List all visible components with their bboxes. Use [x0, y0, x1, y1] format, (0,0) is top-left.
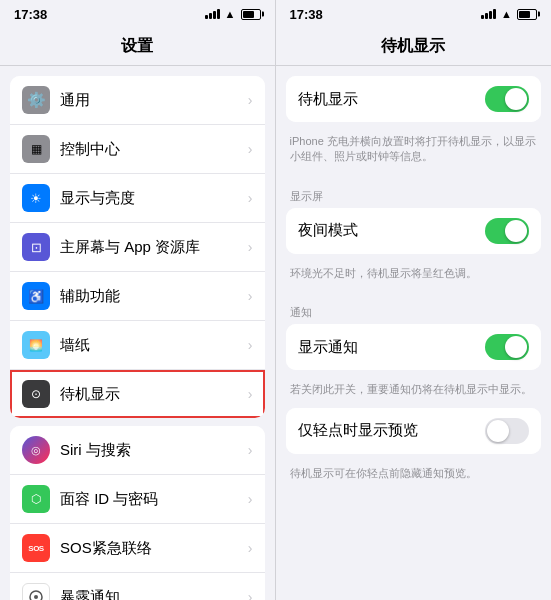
accessibility-label: 辅助功能: [60, 287, 248, 306]
right-panel: 17:38 ▲ ‹ 设置 待机显示 待机显示: [276, 0, 552, 600]
show-notifications-label: 显示通知: [298, 338, 486, 357]
battery-icon-right: [517, 9, 537, 20]
chevron-icon: ›: [248, 589, 253, 600]
chevron-icon: ›: [248, 540, 253, 556]
notifications-section-title: 通知: [276, 291, 552, 324]
siri-icon: ◎: [22, 436, 50, 464]
wifi-icon: ▲: [225, 8, 236, 20]
settings-item-display[interactable]: ☀ 显示与亮度 ›: [10, 174, 265, 223]
chevron-icon: ›: [248, 337, 253, 353]
status-bar-left: 17:38 ▲: [0, 0, 275, 28]
night-mode-toggle[interactable]: [485, 218, 529, 244]
settings-item-standby[interactable]: ⊙ 待机显示 ›: [10, 370, 265, 418]
signal-icon: [205, 9, 220, 19]
show-preview-toggle[interactable]: [485, 418, 529, 444]
settings-list-group-2: ◎ Siri 与搜索 › ⬡ 面容 ID 与密码 › SOS SOS紧急联络 ›: [10, 426, 265, 600]
settings-item-control[interactable]: ▦ 控制中心 ›: [10, 125, 265, 174]
right-scroll-content[interactable]: 待机显示 iPhone 充电并横向放置时将打开待机显示，以显示小组件、照片或时钟…: [276, 66, 552, 600]
settings-item-sos[interactable]: SOS SOS紧急联络 ›: [10, 524, 265, 573]
nav-bar-left: 设置: [0, 28, 275, 66]
night-mode-group: 夜间模式: [286, 208, 542, 254]
settings-item-general[interactable]: ⚙️ 通用 ›: [10, 76, 265, 125]
settings-item-accessibility[interactable]: ♿ 辅助功能 ›: [10, 272, 265, 321]
left-scroll-content[interactable]: ⚙️ 通用 › ▦ 控制中心 › ☀ 显示与亮度 › ⊡ 主屏幕与 App 资源…: [0, 66, 275, 600]
homescreen-icon: ⊡: [22, 233, 50, 261]
control-icon: ▦: [22, 135, 50, 163]
exposure-label: 暴露通知: [60, 588, 248, 601]
display-icon: ☀: [22, 184, 50, 212]
general-label: 通用: [60, 91, 248, 110]
show-notifications-item[interactable]: 显示通知: [286, 324, 542, 370]
night-mode-desc: 环境光不足时，待机显示将呈红色调。: [276, 262, 552, 291]
display-screen-section-title: 显示屏: [276, 175, 552, 208]
show-preview-label: 仅轻点时显示预览: [298, 421, 486, 440]
preview-desc: 待机显示可在你轻点前隐藏通知预览。: [276, 462, 552, 491]
faceid-label: 面容 ID 与密码: [60, 490, 248, 509]
chevron-icon: ›: [248, 92, 253, 108]
status-icons-left: ▲: [205, 8, 261, 20]
standby-toggle-item[interactable]: 待机显示: [286, 76, 542, 122]
chevron-icon: ›: [248, 288, 253, 304]
settings-item-exposure[interactable]: 暴露通知 ›: [10, 573, 265, 600]
standby-toggle[interactable]: [485, 86, 529, 112]
night-mode-label: 夜间模式: [298, 221, 486, 240]
chevron-icon: ›: [248, 386, 253, 402]
signal-icon-right: [481, 9, 496, 19]
standby-toggle-group: 待机显示: [286, 76, 542, 122]
notifications-desc: 若关闭此开关，重要通知仍将在待机显示中显示。: [276, 378, 552, 407]
notifications-group: 显示通知: [286, 324, 542, 370]
settings-item-wallpaper[interactable]: 🌅 墙纸 ›: [10, 321, 265, 370]
preview-group: 仅轻点时显示预览: [286, 408, 542, 454]
time-right: 17:38: [290, 7, 323, 22]
status-icons-right: ▲: [481, 8, 537, 20]
wallpaper-label: 墙纸: [60, 336, 248, 355]
nav-bar-right: ‹ 设置 待机显示: [276, 28, 552, 66]
homescreen-label: 主屏幕与 App 资源库: [60, 238, 248, 257]
exposure-icon: [22, 583, 50, 600]
battery-icon: [241, 9, 261, 20]
chevron-icon: ›: [248, 190, 253, 206]
control-label: 控制中心: [60, 140, 248, 159]
time-left: 17:38: [14, 7, 47, 22]
settings-item-siri[interactable]: ◎ Siri 与搜索 ›: [10, 426, 265, 475]
general-icon: ⚙️: [22, 86, 50, 114]
chevron-icon: ›: [248, 141, 253, 157]
svg-point-1: [34, 595, 38, 599]
nav-title-left: 设置: [121, 36, 153, 57]
settings-item-faceid[interactable]: ⬡ 面容 ID 与密码 ›: [10, 475, 265, 524]
chevron-icon: ›: [248, 239, 253, 255]
sos-icon: SOS: [22, 534, 50, 562]
accessibility-icon: ♿: [22, 282, 50, 310]
standby-toggle-desc: iPhone 充电并横向放置时将打开待机显示，以显示小组件、照片或时钟等信息。: [276, 130, 552, 175]
siri-label: Siri 与搜索: [60, 441, 248, 460]
left-panel: 17:38 ▲ 设置 ⚙️ 通用 › ▦ 控制中心: [0, 0, 276, 600]
standby-toggle-label: 待机显示: [298, 90, 486, 109]
wifi-icon-right: ▲: [501, 8, 512, 20]
sos-label: SOS紧急联络: [60, 539, 248, 558]
standby-label: 待机显示: [60, 385, 248, 404]
chevron-icon: ›: [248, 491, 253, 507]
show-preview-item[interactable]: 仅轻点时显示预览: [286, 408, 542, 454]
faceid-icon: ⬡: [22, 485, 50, 513]
wallpaper-icon: 🌅: [22, 331, 50, 359]
status-bar-right: 17:38 ▲: [276, 0, 552, 28]
show-notifications-toggle[interactable]: [485, 334, 529, 360]
settings-list-group-1: ⚙️ 通用 › ▦ 控制中心 › ☀ 显示与亮度 › ⊡ 主屏幕与 App 资源…: [10, 76, 265, 418]
chevron-icon: ›: [248, 442, 253, 458]
display-label: 显示与亮度: [60, 189, 248, 208]
nav-title-right: 待机显示: [381, 36, 445, 57]
settings-item-homescreen[interactable]: ⊡ 主屏幕与 App 资源库 ›: [10, 223, 265, 272]
night-mode-item[interactable]: 夜间模式: [286, 208, 542, 254]
standby-icon: ⊙: [22, 380, 50, 408]
